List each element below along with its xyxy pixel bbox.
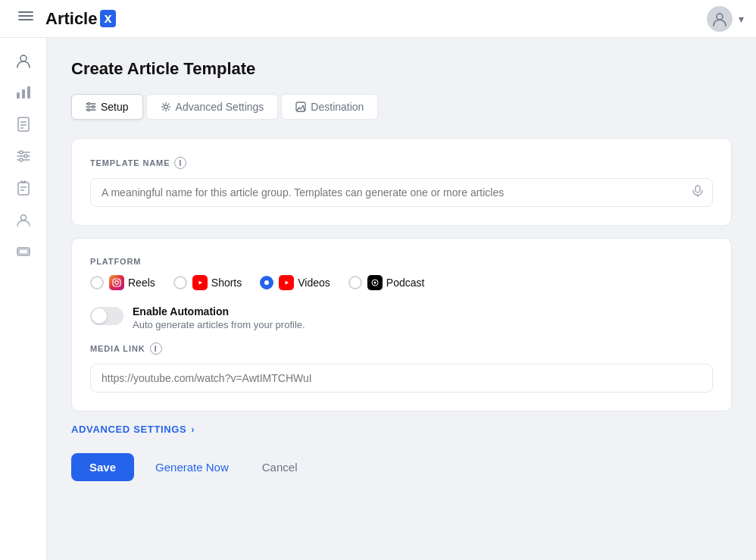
radio-reels xyxy=(90,276,104,289)
svg-point-17 xyxy=(20,158,23,161)
svg-point-29 xyxy=(88,109,90,111)
sidebar-item-settings[interactable] xyxy=(10,142,37,170)
sidebar-item-chart[interactable] xyxy=(10,79,37,106)
svg-rect-23 xyxy=(19,249,28,254)
svg-point-35 xyxy=(115,281,119,285)
topbar: Articlex ▾ xyxy=(0,0,756,38)
svg-rect-0 xyxy=(18,11,33,13)
svg-rect-6 xyxy=(22,89,25,99)
template-name-input-wrapper xyxy=(90,178,713,207)
svg-point-4 xyxy=(20,55,27,61)
platform-option-reels[interactable]: Reels xyxy=(90,275,155,290)
svg-marker-37 xyxy=(198,281,202,285)
svg-rect-34 xyxy=(113,279,120,286)
svg-point-15 xyxy=(20,151,23,154)
svg-marker-38 xyxy=(286,281,289,285)
svg-point-3 xyxy=(717,14,723,20)
radio-videos xyxy=(260,276,273,289)
automation-row: ✕ Enable Automation Auto generate articl… xyxy=(90,305,713,330)
tab-destination[interactable]: Destination xyxy=(281,94,378,120)
save-button[interactable]: Save xyxy=(71,453,134,481)
sidebar-item-user[interactable] xyxy=(10,206,37,233)
radio-shorts xyxy=(173,276,187,289)
page-title: Create Article Template xyxy=(71,59,732,79)
platform-option-shorts[interactable]: Shorts xyxy=(173,275,242,290)
platform-option-videos[interactable]: Videos xyxy=(260,275,330,290)
main-wrapper: Create Article Template Setup xyxy=(0,38,756,560)
svg-rect-18 xyxy=(18,183,29,195)
radio-podcast xyxy=(348,276,362,289)
youtube-icon-shorts xyxy=(192,275,208,290)
svg-point-40 xyxy=(373,282,376,284)
cancel-button[interactable]: Cancel xyxy=(250,453,310,481)
automation-toggle[interactable]: ✕ xyxy=(90,307,123,325)
menu-icon[interactable] xyxy=(12,2,39,30)
platform-card: PLATFORM Reels xyxy=(71,238,732,411)
svg-rect-5 xyxy=(17,92,20,99)
platform-option-podcast[interactable]: Podcast xyxy=(348,275,425,290)
logo: Articlex xyxy=(45,9,116,29)
toggle-knob xyxy=(92,308,107,324)
user-avatar[interactable] xyxy=(707,6,733,32)
user-menu-chevron[interactable]: ▾ xyxy=(739,13,744,25)
svg-rect-2 xyxy=(18,19,33,20)
setup-icon xyxy=(86,102,96,112)
svg-point-27 xyxy=(88,103,90,105)
podcast-icon xyxy=(367,275,383,290)
svg-rect-32 xyxy=(695,186,700,192)
svg-point-28 xyxy=(92,106,95,108)
destination-icon xyxy=(295,102,306,112)
platform-label: PLATFORM xyxy=(90,257,713,266)
gear-icon xyxy=(161,102,171,112)
svg-point-16 xyxy=(24,155,27,158)
template-name-input[interactable] xyxy=(90,178,713,207)
action-buttons: Save Generate Now Cancel xyxy=(71,453,732,481)
content-area: Create Article Template Setup xyxy=(47,38,756,560)
sidebar-item-clipboard[interactable] xyxy=(10,174,37,202)
svg-rect-1 xyxy=(18,15,33,17)
instagram-icon xyxy=(109,275,124,290)
svg-point-30 xyxy=(164,105,167,109)
sidebar-item-avatar[interactable] xyxy=(10,47,37,74)
tab-setup[interactable]: Setup xyxy=(71,94,143,120)
youtube-icon-videos xyxy=(279,275,294,290)
sidebar-item-tag[interactable] xyxy=(10,238,37,265)
mic-icon xyxy=(692,185,704,200)
media-link-label: MEDIA LINK i xyxy=(90,343,713,355)
template-name-info[interactable]: i xyxy=(174,157,186,169)
sidebar-item-doc[interactable] xyxy=(10,111,37,138)
sidebar-nav xyxy=(0,38,47,560)
media-link-info[interactable]: i xyxy=(150,343,162,355)
template-name-card: TEMPLATE NAME i xyxy=(71,138,732,226)
media-link-input[interactable] xyxy=(90,364,713,393)
platform-radio-group: Reels Shorts xyxy=(90,275,713,290)
svg-rect-7 xyxy=(27,86,30,99)
generate-now-button[interactable]: Generate Now xyxy=(143,453,241,481)
automation-text: Enable Automation Auto generate articles… xyxy=(133,305,305,330)
tab-advanced-settings[interactable]: Advanced Settings xyxy=(146,94,279,120)
advanced-settings-link[interactable]: ADVANCED SETTINGS › xyxy=(71,424,732,435)
svg-point-21 xyxy=(20,215,26,221)
tab-bar: Setup Advanced Settings Destination xyxy=(71,94,732,120)
chevron-right-icon: › xyxy=(191,424,195,435)
template-name-label: TEMPLATE NAME i xyxy=(90,157,713,169)
svg-rect-8 xyxy=(18,117,29,131)
svg-point-36 xyxy=(118,280,119,280)
